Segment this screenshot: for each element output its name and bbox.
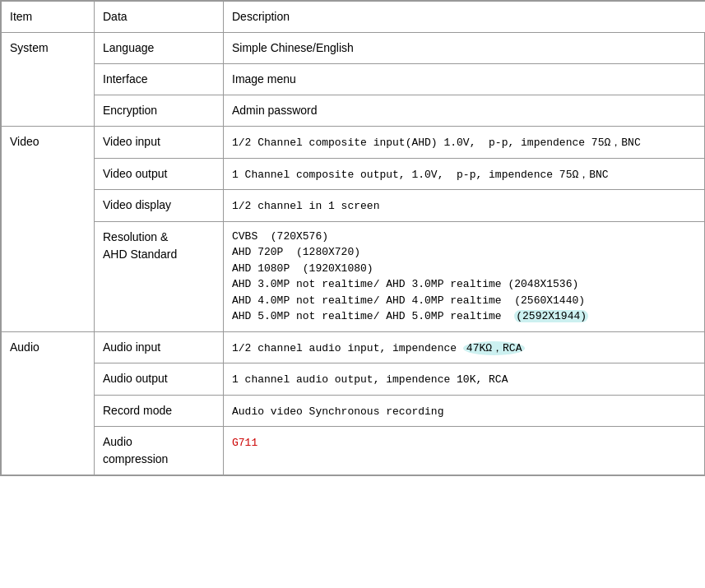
table-row: Encryption Admin password [2, 95, 706, 127]
table-row: Resolution &AHD Standard CVBS (720X576) … [2, 221, 706, 331]
desc-video-display-text: 1/2 channel in 1 screen [232, 200, 379, 212]
table-row: Video Video input 1/2 Channel composite … [2, 127, 706, 159]
header-description: Description [224, 2, 706, 33]
spec-table: Item Data Description System Language Si… [0, 0, 705, 476]
table-row: Audio output 1 channel audio output, imp… [2, 363, 706, 396]
section-audio-label: Audio [2, 331, 95, 475]
data-video-output: Video output [95, 158, 224, 190]
desc-record-mode-text: Audio video Synchronous recording [232, 405, 443, 418]
table-row: Record mode Audio video Synchronous reco… [2, 395, 706, 427]
table-row: Video display 1/2 channel in 1 screen [2, 190, 706, 222]
res-line-2: AHD 720P (1280X720) [232, 244, 698, 261]
table-row: Audio Audio input 1/2 channel audio inpu… [2, 331, 706, 363]
res-line-4: AHD 3.0MP not realtime/ AHD 3.0MP realti… [232, 276, 698, 293]
desc-audio-compression-text: G711 [232, 437, 257, 449]
data-interface: Interface [95, 64, 224, 95]
section-video-label: Video [2, 127, 95, 332]
table-row: Interface Image menu [2, 64, 706, 95]
desc-audio-output-text: 1 channel audio output, impendence 10K, … [232, 373, 508, 386]
table-row: Video output 1 Channel composite output,… [2, 158, 706, 190]
data-resolution: Resolution &AHD Standard [95, 221, 224, 331]
header-item: Item [2, 2, 95, 33]
desc-audio-output: 1 channel audio output, impendence 10K, … [224, 363, 706, 396]
header-data: Data [95, 2, 224, 33]
desc-record-mode: Audio video Synchronous recording [224, 395, 706, 427]
desc-resolution: CVBS (720X576) AHD 720P (1280X720) AHD 1… [224, 221, 706, 331]
desc-audio-input: 1/2 channel audio input, impendence 47KΩ… [224, 331, 706, 363]
res-line-6: AHD 5.0MP not realtime/ AHD 5.0MP realti… [232, 308, 698, 325]
desc-encryption: Admin password [224, 95, 706, 127]
data-audio-compression: Audiocompression [95, 427, 224, 475]
desc-audio-compression: G711 [224, 427, 706, 475]
table-header: Item Data Description [2, 2, 706, 33]
data-encryption: Encryption [95, 95, 224, 127]
desc-audio-input-text: 1/2 channel audio input, impendence 47KΩ… [232, 341, 525, 355]
res-line-3: AHD 1080P (1920X1080) [232, 261, 698, 277]
data-video-input: Video input [95, 127, 224, 159]
desc-interface: Image menu [224, 64, 706, 95]
table-row: System Language Simple Chinese/English [2, 33, 706, 64]
desc-language: Simple Chinese/English [224, 33, 706, 64]
data-record-mode: Record mode [95, 395, 224, 427]
desc-resolution-lines: CVBS (720X576) AHD 720P (1280X720) AHD 1… [232, 229, 698, 325]
data-language: Language [95, 33, 224, 64]
data-audio-output: Audio output [95, 363, 224, 396]
res-line-5: AHD 4.0MP not realtime/ AHD 4.0MP realti… [232, 293, 698, 309]
desc-video-input: 1/2 Channel composite input(AHD) 1.0V, p… [224, 127, 706, 159]
res-line-1: CVBS (720X576) [232, 229, 698, 245]
desc-video-input-text: 1/2 Channel composite input(AHD) 1.0V, p… [232, 137, 641, 149]
desc-video-output: 1 Channel composite output, 1.0V, p-p, i… [224, 158, 706, 190]
desc-video-display: 1/2 channel in 1 screen [224, 190, 706, 222]
data-video-display: Video display [95, 190, 224, 222]
section-system-label: System [2, 33, 95, 127]
desc-video-output-text: 1 Channel composite output, 1.0V, p-p, i… [232, 169, 609, 181]
table-row: Audiocompression G711 [2, 427, 706, 475]
data-audio-input: Audio input [95, 331, 224, 363]
